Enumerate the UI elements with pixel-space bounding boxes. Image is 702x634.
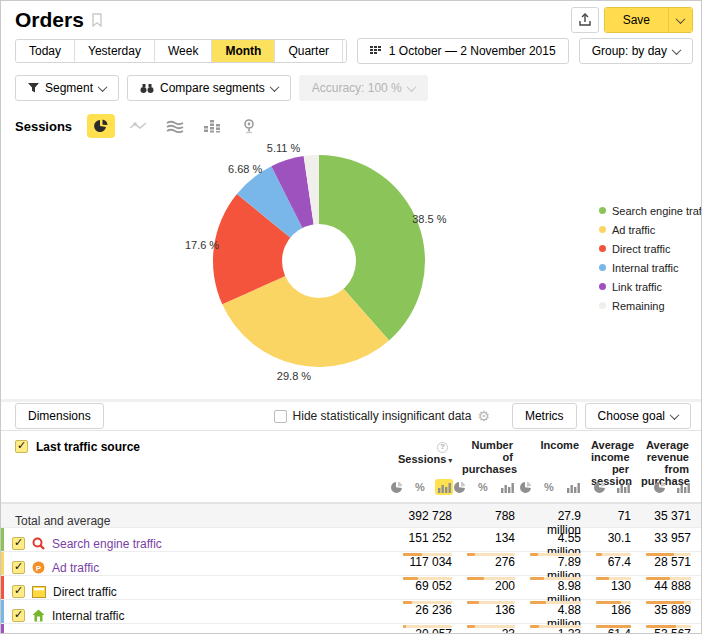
chart-legend: Search engine trafficAd trafficDirect tr… [599, 201, 702, 315]
chart-type-pie-icon[interactable] [87, 114, 115, 138]
pie-slice-label: 17.6 % [185, 239, 219, 251]
legend-item[interactable]: Internal traffic [599, 258, 702, 277]
bars-metric-icon[interactable] [498, 479, 516, 495]
metrics-button[interactable]: Metrics [512, 403, 577, 429]
legend-item[interactable]: Ad traffic [599, 220, 702, 239]
dimension-header-label: Last traffic source [36, 440, 140, 454]
hide-insignificant-label: Hide statistically insignificant data [293, 409, 472, 423]
legend-item[interactable]: Search engine traffic [599, 201, 702, 220]
period-tabs: Today Yesterday Week Month Quarter Year [15, 39, 347, 63]
table-cell-value: 20 057 [398, 624, 462, 634]
compare-segments-button[interactable]: Compare segments [127, 75, 291, 101]
table-row: Internal traffic26 2361364.88 million186… [1, 600, 701, 624]
row-checkbox[interactable] [12, 561, 25, 574]
tab-today[interactable]: Today [16, 40, 75, 62]
save-dropdown-button[interactable] [668, 8, 692, 32]
page-header: Orders Save [1, 1, 701, 35]
pie-metric-icon[interactable] [590, 479, 608, 495]
row-color-strip [1, 552, 4, 575]
chart-type-line-icon[interactable] [124, 114, 152, 138]
export-button[interactable] [571, 7, 599, 33]
page-title: Orders [15, 8, 84, 32]
pie-metric-icon[interactable] [450, 479, 468, 495]
legend-label: Search engine traffic [612, 205, 702, 217]
row-checkbox[interactable] [12, 609, 25, 622]
chart-type-columns-icon[interactable] [198, 114, 226, 138]
bars-metric-icon[interactable] [674, 479, 692, 495]
pie-metric-icon[interactable] [387, 479, 405, 495]
tab-quarter[interactable]: Quarter [275, 40, 343, 62]
pie-metric-icon[interactable] [650, 479, 668, 495]
column-label: Number of purchases [462, 439, 517, 475]
segment-label: Segment [45, 81, 93, 95]
chevron-down-icon [676, 14, 686, 24]
table-row: Search engine traffic151 2521344.55 mill… [1, 528, 701, 552]
pie-slice-label: 5.11 % [267, 142, 301, 154]
save-button[interactable]: Save [605, 8, 668, 32]
accuracy-button[interactable]: Accuracy: 100 % [299, 75, 428, 101]
group-by-label: Group: by day [592, 44, 667, 58]
bars-metric-icon[interactable] [614, 479, 632, 495]
row-checkbox[interactable] [12, 537, 25, 550]
source-link[interactable]: Internal traffic [52, 609, 124, 623]
source-link[interactable]: Direct traffic [53, 585, 117, 599]
table-row: Link traffic20 057231.23 million61.453 5… [1, 624, 701, 634]
table-row: PAd traffic117 0342767.89 million67.428 … [1, 552, 701, 576]
legend-item[interactable]: Remaining [599, 296, 702, 315]
percent-metric-icon[interactable]: % [474, 479, 492, 495]
tab-month[interactable]: Month [212, 40, 275, 62]
choose-goal-label: Choose goal [598, 409, 665, 423]
segment-button[interactable]: Segment [15, 75, 119, 101]
pie-slice-label: 29.8 % [277, 370, 311, 382]
row-checkbox[interactable] [12, 585, 25, 598]
dimensions-button[interactable]: Dimensions [15, 403, 104, 429]
percent-metric-icon[interactable]: % [540, 479, 558, 495]
chevron-down-icon [406, 82, 416, 92]
column-label: Income [540, 439, 579, 451]
accuracy-label: Accuracy: 100 % [312, 81, 402, 95]
chart-metric-row: Sessions [1, 101, 701, 137]
column-label: Sessions [398, 453, 446, 465]
direct-traffic-icon [32, 586, 46, 598]
legend-label: Link traffic [612, 281, 662, 293]
tab-yesterday[interactable]: Yesterday [75, 40, 155, 62]
table-row: Direct traffic69 0522008.98 million13044… [1, 576, 701, 600]
bars-metric-icon[interactable] [564, 479, 582, 495]
table-cell-value: 61.4 [591, 624, 641, 634]
tab-year[interactable]: Year [343, 40, 347, 62]
binoculars-icon [140, 83, 154, 94]
column-header-avg-income[interactable]: Average income per session [591, 431, 641, 502]
chart-type-map-icon[interactable] [235, 114, 263, 138]
filter-icon [28, 83, 39, 93]
chart-type-stacked-icon[interactable] [161, 114, 189, 138]
tab-week[interactable]: Week [155, 40, 212, 62]
legend-item[interactable]: Direct traffic [599, 239, 702, 258]
legend-dot-icon [599, 264, 606, 271]
pie-slice-label: 38.5 % [412, 213, 446, 225]
column-header-income[interactable]: Income % [525, 431, 591, 502]
total-row: Total and average392 72878827.9 million7… [1, 503, 701, 528]
source-link[interactable]: Ad traffic [52, 561, 99, 575]
compare-segments-label: Compare segments [160, 81, 265, 95]
group-by-button[interactable]: Group: by day [579, 38, 693, 64]
bookmark-icon[interactable] [92, 13, 102, 27]
sessions-pie-chart: 38.5 %29.8 %17.6 %6.68 %5.11 % [1, 137, 702, 399]
choose-goal-button[interactable]: Choose goal [585, 403, 691, 429]
calendar-icon [370, 45, 383, 57]
date-range-button[interactable]: 1 October — 2 November 2015 [357, 38, 569, 64]
help-icon[interactable]: ? [437, 442, 448, 453]
dimension-checkbox[interactable] [15, 440, 28, 453]
export-icon [578, 13, 592, 27]
row-color-strip [1, 624, 4, 634]
search-traffic-icon [32, 537, 45, 550]
column-header-avg-revenue[interactable]: Average revenue from purchase [641, 431, 701, 502]
legend-item[interactable]: Link traffic [599, 277, 702, 296]
percent-metric-icon[interactable]: % [411, 479, 429, 495]
hide-insignificant-checkbox[interactable] [274, 410, 287, 423]
pie-metric-icon[interactable] [516, 479, 534, 495]
svg-text:P: P [36, 564, 42, 573]
source-link[interactable]: Search engine traffic [52, 537, 162, 551]
gear-icon[interactable]: ⚙ [477, 408, 490, 424]
chevron-down-icon [269, 82, 279, 92]
legend-label: Remaining [612, 300, 665, 312]
